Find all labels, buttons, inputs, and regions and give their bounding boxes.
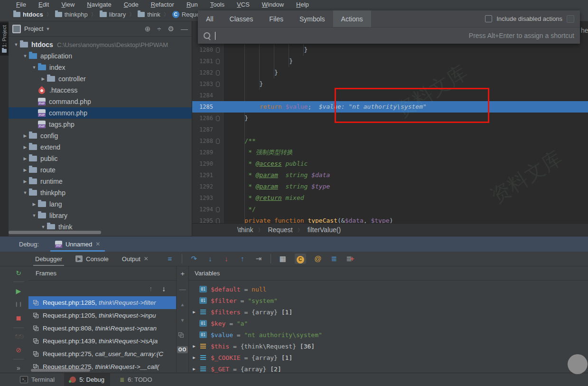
fold-marker-icon[interactable] [216, 59, 220, 64]
chevron-right-icon[interactable]: ▶ [21, 179, 29, 184]
close-icon[interactable]: ✕ [144, 255, 149, 262]
show-watches-icon[interactable]: OO [177, 346, 188, 353]
editor-breadcrumb-item[interactable]: Request [268, 226, 292, 234]
menu-code[interactable]: Code [124, 1, 139, 8]
breadcrumb-item-think[interactable]: think [138, 11, 160, 18]
chevron-down-icon[interactable]: ▼ [46, 27, 50, 31]
layout-menu-icon[interactable]: ≡ [166, 254, 174, 264]
menu-edit[interactable]: Edit [38, 1, 49, 8]
more-icon[interactable]: » [13, 364, 24, 373]
chevron-right-icon[interactable]: ▶ [21, 145, 29, 150]
add-watch-icon[interactable]: ≣+ [346, 254, 355, 264]
variable-row[interactable]: ▶$_COOKIE = {array} [1] [189, 352, 588, 363]
tree-item-runtime[interactable]: ▶runtime [9, 176, 192, 187]
tree-item-library[interactable]: ▼library [9, 210, 192, 221]
menu-help[interactable]: Help [296, 1, 309, 8]
force-step-into-icon[interactable]: ↓ [222, 254, 231, 264]
editor-line-1287[interactable]: 1287 [192, 124, 588, 135]
menu-window[interactable]: Window [262, 1, 284, 8]
editor-line-1281[interactable]: 1281 } [192, 56, 588, 67]
editor-breadcrumb-item[interactable]: \think [237, 226, 253, 234]
tool-stripe-project[interactable]: 1: Project [0, 22, 9, 56]
tree-item-public[interactable]: ▶public [9, 153, 192, 164]
tree-item-route[interactable]: ▶route [9, 164, 192, 176]
fold-marker-icon[interactable] [216, 70, 220, 75]
stop-icon[interactable]: ■ [13, 313, 24, 323]
editor-line-1288[interactable]: 1288 /** [192, 135, 588, 147]
tree-item-htdocs[interactable]: ▼htdocsC:\Users\anonymous\Desktop\PHPWAM [9, 39, 192, 50]
editor-line-1292[interactable]: 1292 * @param string $type [192, 181, 588, 192]
breadcrumb-item-htdocs[interactable]: htdocs [13, 11, 43, 18]
popup-tab-all[interactable]: All [198, 10, 222, 27]
chevron-right-icon[interactable]: ▶ [189, 367, 199, 371]
editor-breadcrumb-item[interactable]: filterValue() [308, 226, 341, 234]
menu-refactor[interactable]: Refactor [151, 1, 174, 8]
frame-down-icon[interactable]: ↓ [162, 284, 166, 292]
editor-line-1282[interactable]: 1282 } [192, 67, 588, 78]
variable-row[interactable]: ▶$filters = {array} [1] [189, 306, 588, 318]
statusbar-6-todo[interactable]: ≣6: TODO [114, 373, 158, 386]
at-mentions-icon[interactable]: @ [314, 254, 322, 264]
editor-line-1295[interactable]: 1295 private function typeCast(&$data, $… [192, 215, 588, 223]
menu-vcs[interactable]: VCS [237, 1, 250, 8]
numbered-list-icon[interactable]: ≣ [330, 254, 338, 264]
rerun-icon[interactable]: ↻ [13, 268, 24, 277]
chevron-down-icon[interactable]: ▼ [21, 54, 29, 58]
editor-line-1289[interactable]: 1289 * 强制类型转换 [192, 147, 588, 158]
fold-marker-icon[interactable] [216, 82, 220, 87]
fold-marker-icon[interactable] [216, 139, 220, 144]
frame-up-icon[interactable]: ↑ [149, 284, 153, 292]
settings-icon[interactable]: ⚙ [168, 25, 174, 33]
menu-file[interactable]: File [16, 1, 26, 8]
popup-tab-files[interactable]: Files [261, 10, 291, 27]
chevron-right-icon[interactable]: ▶ [189, 355, 199, 360]
chevron-right-icon[interactable]: ▶ [21, 156, 29, 161]
chevron-right-icon[interactable]: ▶ [189, 310, 199, 314]
menu-navigate[interactable]: Navigate [87, 1, 111, 8]
tab-output[interactable]: Output✕ [115, 252, 155, 266]
move-up-icon[interactable]: ▲ [180, 301, 185, 309]
tree-item-config[interactable]: ▶config [9, 130, 192, 141]
menu-run[interactable]: Run [187, 1, 198, 8]
statusbar-5-debug[interactable]: 5: Debug [64, 373, 110, 386]
tree-item-extend[interactable]: ▶extend [9, 141, 192, 153]
popup-tab-actions[interactable]: Actions [333, 10, 371, 27]
variable-row[interactable]: 01$default = null [189, 283, 588, 295]
variable-row[interactable]: ▶$this = {think\Request} [36] [189, 340, 588, 352]
evaluate-expression-icon[interactable]: ▦ [279, 254, 287, 264]
frame-row[interactable]: Request.php:1439,think\Request->isAja [28, 335, 176, 348]
include-disabled-checkbox[interactable] [485, 15, 492, 22]
variable-row[interactable]: 01$key = "a" [189, 318, 588, 329]
editor-line-1280[interactable]: 1280 } [192, 44, 588, 56]
chevron-right-icon[interactable]: ▶ [30, 202, 38, 207]
popup-tab-classes[interactable]: Classes [222, 10, 261, 27]
chevron-right-icon[interactable]: ▶ [21, 133, 29, 138]
resume-icon[interactable]: ▶ [13, 286, 24, 295]
editor-line-1291[interactable]: 1291 * @param string $data [192, 169, 588, 181]
project-panel-title[interactable]: Project [24, 25, 43, 32]
fold-marker-icon[interactable] [216, 116, 220, 121]
editor-line-1290[interactable]: 1290 * @access public [192, 158, 588, 169]
code-editor[interactable]: 1280 }1281 }1282 }1283 }12841285 return … [192, 21, 588, 223]
tree-item-tags-php[interactable]: tags.php [9, 119, 192, 130]
debug-session-tab[interactable]: Unnamed ✕ [50, 236, 105, 252]
fold-marker-icon[interactable] [216, 207, 220, 212]
fold-marker-icon[interactable] [216, 218, 220, 223]
filter-icon[interactable] [567, 15, 574, 23]
tree-item-controller[interactable]: ▶controller [9, 73, 192, 85]
chevron-right-icon[interactable]: ▶ [39, 76, 47, 81]
pause-icon[interactable]: ❙❙ [13, 300, 24, 309]
variable-row[interactable]: 01$filter = "system" [189, 295, 588, 306]
run-to-cursor-icon[interactable]: ⇥ [254, 254, 263, 264]
mute-breakpoints-icon[interactable]: ⊘ [13, 346, 24, 355]
move-down-icon[interactable]: ▼ [180, 317, 185, 324]
tree-item-lang[interactable]: ▶lang [9, 198, 192, 210]
tree-item-application[interactable]: ▼application [9, 50, 192, 62]
breadcrumb-item-reque[interactable]: CReque [172, 11, 200, 18]
tree-item-think[interactable]: ▼think [9, 221, 192, 229]
view-breakpoints-icon[interactable]: ⚫⚫ [13, 332, 24, 341]
tree-item--htaccess[interactable]: .htaccess [9, 85, 192, 96]
frame-row[interactable]: Request.php:1285,think\Request->filter [28, 296, 176, 309]
fold-marker-icon[interactable] [216, 47, 220, 53]
chevron-right-icon[interactable]: ▶ [21, 168, 29, 172]
